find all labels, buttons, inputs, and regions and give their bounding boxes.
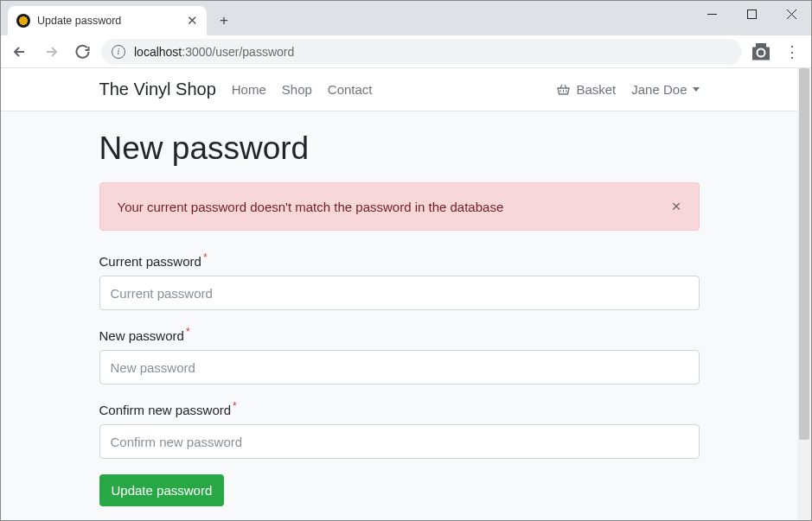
field-confirm-password: Confirm new password* xyxy=(99,400,700,459)
main-content: New password Your current password doesn… xyxy=(99,111,700,506)
arrow-right-icon xyxy=(43,44,59,60)
required-indicator: * xyxy=(233,400,237,412)
user-menu[interactable]: Jane Doe xyxy=(631,82,699,97)
scroll-thumb[interactable] xyxy=(799,68,809,440)
field-new-password: New password* xyxy=(99,326,700,384)
reload-button[interactable] xyxy=(70,40,94,64)
page-viewport: The Vinyl Shop Home Shop Contact Basket … xyxy=(1,68,811,520)
tab-title: Update password xyxy=(37,15,180,27)
address-bar[interactable]: i localhost:3000/user/password xyxy=(101,39,742,65)
alert-close-button[interactable]: × xyxy=(671,197,681,216)
page-title: New password xyxy=(99,130,700,167)
browser-tab-strip: Update password ✕ + xyxy=(1,1,811,35)
profile-icon xyxy=(752,43,770,60)
kebab-icon: ⋮ xyxy=(784,42,800,61)
forward-button[interactable] xyxy=(39,40,63,64)
browser-menu-button[interactable]: ⋮ xyxy=(780,42,804,61)
alert-message: Your current password doesn't match the … xyxy=(118,200,672,214)
error-alert: Your current password doesn't match the … xyxy=(99,182,700,231)
new-tab-button[interactable]: + xyxy=(212,9,236,33)
maximize-button[interactable] xyxy=(732,1,771,27)
reload-icon xyxy=(75,44,90,59)
new-password-input[interactable] xyxy=(99,350,700,384)
vertical-scrollbar[interactable] xyxy=(797,68,811,520)
close-icon xyxy=(787,10,796,19)
back-button[interactable] xyxy=(8,40,32,64)
current-password-input[interactable] xyxy=(99,276,700,310)
browser-toolbar: i localhost:3000/user/password ⋮ xyxy=(1,35,811,68)
profile-button[interactable] xyxy=(749,40,773,64)
chevron-down-icon xyxy=(693,87,700,92)
nav-link-contact[interactable]: Contact xyxy=(328,82,373,97)
basket-icon xyxy=(557,84,570,95)
nav-link-shop[interactable]: Shop xyxy=(282,82,312,97)
nav-link-home[interactable]: Home xyxy=(232,82,266,97)
arrow-left-icon xyxy=(12,44,28,60)
close-window-button[interactable] xyxy=(771,1,811,27)
confirm-password-label: Confirm new password* xyxy=(99,403,237,417)
site-info-icon[interactable]: i xyxy=(112,45,125,59)
field-current-password: Current password* xyxy=(99,251,700,310)
basket-link[interactable]: Basket xyxy=(557,82,616,97)
current-password-label: Current password* xyxy=(99,254,208,269)
browser-tab[interactable]: Update password ✕ xyxy=(8,6,207,35)
new-password-label: New password* xyxy=(99,328,190,343)
minimize-icon xyxy=(707,14,717,15)
site-navbar: The Vinyl Shop Home Shop Contact Basket … xyxy=(1,68,797,111)
maximize-icon xyxy=(747,10,757,19)
brand-link[interactable]: The Vinyl Shop xyxy=(99,79,216,99)
required-indicator: * xyxy=(186,326,190,338)
required-indicator: * xyxy=(203,251,208,264)
basket-label: Basket xyxy=(576,82,616,97)
favicon-icon xyxy=(16,14,30,28)
minimize-button[interactable] xyxy=(692,1,732,27)
user-name: Jane Doe xyxy=(631,82,687,97)
window-controls xyxy=(692,1,811,27)
svg-rect-1 xyxy=(747,10,756,18)
confirm-password-input[interactable] xyxy=(99,424,700,459)
update-password-button[interactable]: Update password xyxy=(99,474,225,506)
url-text: localhost:3000/user/password xyxy=(134,45,294,59)
svg-rect-0 xyxy=(707,14,717,15)
close-tab-icon[interactable]: ✕ xyxy=(187,13,198,29)
